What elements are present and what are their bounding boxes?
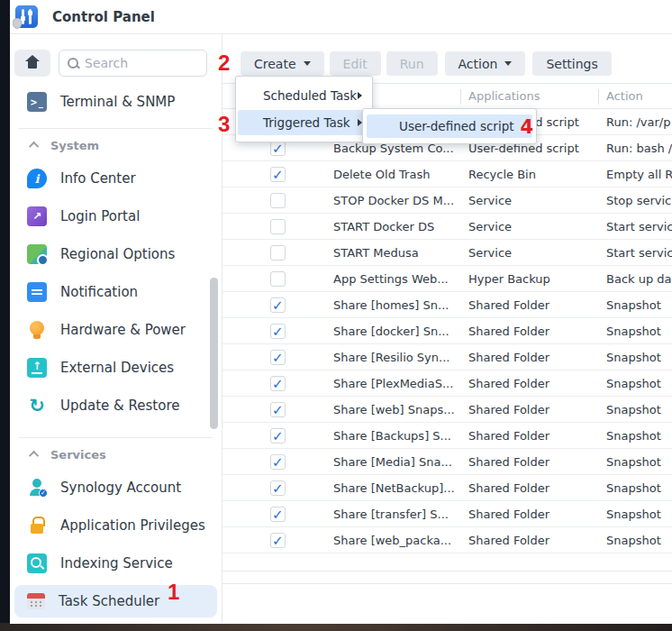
section-header[interactable]: Services <box>10 445 222 463</box>
caret-down-icon <box>304 61 311 66</box>
login-portal-icon <box>27 206 47 226</box>
sidebar-item-regional-options[interactable]: Regional Options <box>10 235 222 273</box>
search-box[interactable] <box>59 50 207 77</box>
check-badge-icon: ✓ <box>39 489 48 498</box>
row-checkbox[interactable] <box>270 167 286 182</box>
table-row[interactable]: START Medusa Service Start servic <box>222 240 672 266</box>
toolbar: Create Edit Run Action Settings <box>241 51 672 76</box>
sidebar-item-info-center[interactable]: Info Center <box>10 160 222 197</box>
sidebar-item-synology-account[interactable]: ✓ Synology Account <box>10 469 222 507</box>
column-header-applications[interactable]: Applications <box>468 89 540 103</box>
regional-options-icon <box>27 244 47 264</box>
sidebar-item-indexing-service[interactable]: Indexing Service <box>10 544 222 582</box>
action-cell: Start servic <box>606 220 672 233</box>
table-row[interactable]: Share [homes] Sn... Shared Folder Snapsh… <box>222 292 672 318</box>
column-header-action[interactable]: Action <box>606 89 643 103</box>
row-checkbox[interactable] <box>270 219 286 234</box>
home-button[interactable] <box>14 50 50 77</box>
application-cell: Shared Folder <box>468 325 606 338</box>
sidebar-item-update-restore[interactable]: Update & Restore <box>10 387 222 425</box>
sidebar-item-login-portal[interactable]: Login Portal <box>10 197 222 235</box>
table-row[interactable]: Share [docker] Sn... Shared Folder Snaps… <box>222 318 672 344</box>
row-checkbox[interactable] <box>270 480 286 496</box>
row-checkbox[interactable] <box>270 507 286 522</box>
application-cell: Shared Folder <box>468 534 606 547</box>
table-row[interactable]: Share [transfer] S... Shared Folder Snap… <box>222 501 672 527</box>
task-name-cell: Share [NetBackup]... <box>333 481 468 495</box>
table-row[interactable]: Share [Resilio Syn... Shared Folder Snap… <box>222 344 672 370</box>
table-row[interactable]: Share [NetBackup]... Shared Folder Snaps… <box>222 475 672 501</box>
menu-item-triggered-task[interactable]: Triggered Task <box>238 110 370 135</box>
control-panel-icon <box>15 5 38 28</box>
table-row[interactable]: START Docker DS Service Start servic <box>222 214 672 240</box>
task-name-cell: Share [homes] Sn... <box>333 298 468 312</box>
table-row[interactable]: Share [web_packa... Shared Folder Snapsh… <box>222 527 672 553</box>
table-row[interactable]: Share [Media] Sna... Shared Folder Snaps… <box>222 449 672 475</box>
row-checkbox[interactable] <box>270 193 286 208</box>
toolbar-button-edit[interactable]: Edit <box>330 51 381 76</box>
row-checkbox[interactable] <box>270 350 286 365</box>
toolbar-button-create[interactable]: Create <box>241 51 324 76</box>
menu-item-label: User-defined script <box>399 119 514 133</box>
table-row[interactable]: App Settings Web... Hyper Backup Back up… <box>222 266 672 292</box>
terminal-icon <box>27 92 47 112</box>
button-label: Settings <box>546 57 597 71</box>
section-divider <box>19 437 213 438</box>
application-cell: Shared Folder <box>468 403 606 416</box>
application-cell: Shared Folder <box>468 351 606 364</box>
row-checkbox[interactable] <box>270 428 286 444</box>
task-name-cell: Share [PlexMediaS... <box>333 377 468 390</box>
indexing-service-icon <box>27 553 47 573</box>
section-header[interactable]: System <box>10 136 222 154</box>
application-cell: Service <box>468 246 606 260</box>
row-checkbox[interactable] <box>270 245 286 261</box>
sidebar-item-terminal-snmp[interactable]: Terminal & SNMP <box>10 88 222 115</box>
table-row[interactable]: Delete Old Trash Recycle Bin Empty all R <box>222 161 672 187</box>
task-name-cell: Share [web] Snaps... <box>333 403 468 416</box>
row-checkbox[interactable] <box>270 297 286 313</box>
sidebar-item-hardware-power[interactable]: Hardware & Power <box>10 311 222 349</box>
submenu-arrow-icon <box>358 92 362 99</box>
footer-divider <box>222 571 672 572</box>
dial-knob-icon <box>13 18 22 29</box>
row-checkbox[interactable] <box>270 376 286 391</box>
footer-divider <box>222 583 672 584</box>
application-cell: Hyper Backup <box>468 272 606 286</box>
row-checkbox[interactable] <box>270 402 286 417</box>
search-input[interactable] <box>85 56 193 70</box>
task-name-cell: Delete Old Trash <box>333 168 468 181</box>
button-label: Edit <box>343 57 368 71</box>
toolbar-button-action[interactable]: Action <box>445 51 526 76</box>
application-cell: Shared Folder <box>468 377 606 390</box>
table-row[interactable]: Share [web] Snaps... Shared Folder Snaps… <box>222 397 672 423</box>
sidebar-item-application-privileges[interactable]: Application Privileges <box>10 507 222 544</box>
sidebar-item-external-devices[interactable]: External Devices <box>10 349 222 387</box>
titlebar: Control Panel <box>10 0 672 34</box>
sidebar-item-task-scheduler[interactable]: Task Scheduler <box>14 585 217 617</box>
application-cell: Recycle Bin <box>468 168 606 181</box>
menu-item-scheduled-task[interactable]: Scheduled Task <box>238 83 370 108</box>
sidebar-item-label: External Devices <box>60 360 174 376</box>
sidebar: Terminal & SNMP System Info Center Login… <box>10 34 222 623</box>
row-checkbox[interactable] <box>270 454 286 470</box>
row-checkbox[interactable] <box>270 271 286 287</box>
sidebar-section: System Info Center Login Portal Regional… <box>10 128 222 425</box>
toolbar-button-run[interactable]: Run <box>386 51 438 76</box>
sidebar-item-notification[interactable]: Notification <box>10 273 222 311</box>
table-row[interactable]: STOP Docker DS M... Service Stop servic <box>222 187 672 214</box>
search-icon <box>68 58 78 69</box>
application-cell: Shared Folder <box>468 298 606 312</box>
toolbar-button-settings[interactable]: Settings <box>532 51 611 76</box>
row-checkbox[interactable] <box>270 324 286 339</box>
row-checkbox[interactable] <box>270 141 286 156</box>
external-devices-icon <box>27 358 47 378</box>
table-row[interactable]: Share [PlexMediaS... Shared Folder Snaps… <box>222 370 672 397</box>
menu-item-user-defined-script[interactable]: User-defined script4 <box>367 114 532 138</box>
action-cell: Snapshot <box>606 508 672 521</box>
sidebar-scrollbar[interactable] <box>210 278 218 429</box>
section-divider <box>19 128 213 129</box>
section-label: Services <box>50 448 106 462</box>
table-row[interactable]: Share [Backups] S... Shared Folder Snaps… <box>222 423 672 449</box>
row-checkbox[interactable] <box>270 533 286 548</box>
action-cell: Stop servic <box>606 194 672 207</box>
